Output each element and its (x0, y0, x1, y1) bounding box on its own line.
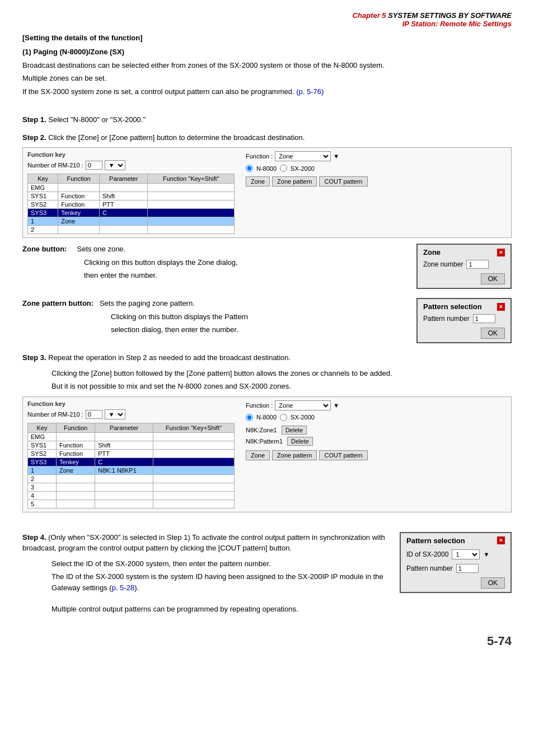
step4-area: Pattern selection ✕ ID of SX-2000 1 ▼ Pa… (22, 532, 512, 617)
table-row: 2 (28, 226, 235, 234)
fkey2-cout-btn[interactable]: COUT pattern (319, 450, 367, 460)
table-row: EMG (28, 184, 235, 192)
step4-text4: Multiple control output patterns can be … (51, 604, 512, 615)
fkey2-col-parameter: Parameter (95, 423, 153, 432)
step3-text3: But it is not possible to mix and set th… (51, 381, 512, 392)
step4-dialog-close[interactable]: ✕ (497, 536, 505, 544)
fkey1-radio-row: N-8000 SX-2000 (246, 165, 507, 172)
table-row: SYS3TenkeyC (28, 458, 235, 466)
zone-pattern-desc3: selection dialog, then enter the number. (111, 325, 238, 334)
fkey1-btn-row: Zone Zone pattern COUT pattern (246, 176, 507, 186)
pattern-selection-dialog: Pattern selection ✕ Pattern number OK (416, 298, 512, 343)
fkey2-zone-pattern-btn[interactable]: Zone pattern (272, 450, 317, 460)
pattern-dialog-row: Pattern number (423, 314, 505, 323)
fkey1-num-dropdown[interactable]: ▼ (105, 160, 125, 170)
step4-pattern-dialog: Pattern selection ✕ ID of SX-2000 1 ▼ Pa… (400, 532, 512, 593)
table-row: EMG (28, 432, 235, 441)
pattern-dialog-ok[interactable]: OK (481, 328, 505, 339)
fkey1-zone-pattern-btn[interactable]: Zone pattern (272, 176, 317, 186)
fkey2-radio-row: N-8000 SX-2000 (246, 414, 507, 421)
col-keyshift: Function "Key+Shift" (148, 174, 235, 184)
fkey1-num-input[interactable] (86, 161, 102, 170)
chapter-label: Chapter 5 (353, 11, 386, 20)
fkey2-btn-row: Zone Zone pattern COUT pattern (246, 450, 507, 460)
step4-dialog-title: Pattern selection ✕ (406, 536, 505, 545)
fkey1-radio-n8000[interactable] (246, 165, 253, 172)
link-p576[interactable]: (p. 5-76) (296, 87, 324, 96)
fkey2-func-arrow: ▼ (333, 402, 339, 409)
table-row: 4 (28, 491, 235, 500)
fkey2-func-select[interactable]: Zone (275, 400, 331, 410)
zone-button-desc2: Clicking on this button displays the Zon… (84, 258, 238, 267)
fkey2-func-label: Function : (246, 402, 273, 409)
fkey2-radio-sx2000[interactable] (280, 414, 287, 421)
step2: Step 2. Click the [Zone] or [Zone patter… (22, 132, 512, 143)
zone-dialog-ok[interactable]: OK (481, 273, 505, 284)
step1: Step 1. Select "N-8000" or "SX-2000." (22, 114, 512, 125)
fkey2-radio-n8000[interactable] (246, 414, 253, 421)
fkey2-radio-sx2000-label: SX-2000 (291, 414, 315, 421)
fkey2-zone-entry1-row: N8K:Zone1 Delete (246, 426, 507, 435)
subsection1-heading: (1) Paging (N-8000)/Zone (SX) (22, 46, 512, 58)
fkey2-num-label: Number of RM-210 : (27, 411, 83, 418)
pattern-number-input[interactable] (473, 314, 495, 323)
fkey2-delete2-btn[interactable]: Delete (287, 437, 313, 446)
step4-dialog-ok[interactable]: OK (481, 577, 505, 589)
fkey1-func-select[interactable]: Zone (275, 151, 331, 161)
fkey1-func-arrow: ▼ (333, 153, 339, 160)
zone-number-label: Zone number (423, 260, 463, 268)
function-key-box-1: Function key Number of RM-210 : ▼ Key Fu… (22, 147, 512, 238)
fkey2-col-function: Function (56, 423, 95, 432)
section-title: [Setting the details of the function] (22, 34, 512, 42)
fkey2-title: Function key (27, 400, 235, 407)
step4-id-row: ID of SX-2000 1 ▼ (406, 549, 505, 559)
fkey2-delete1-btn[interactable]: Delete (282, 426, 307, 435)
fkey1-table: Key Function Parameter Function "Key+Shi… (27, 174, 235, 234)
function-key-box-2: Function key Number of RM-210 : ▼ Key Fu… (22, 396, 512, 512)
subsection1-line2: Multiple zones can be set. (22, 73, 512, 84)
table-row: SYS3TenkeyC (28, 209, 235, 217)
fkey1-zone-btn[interactable]: Zone (246, 176, 270, 186)
fkey2-radio-n8000-label: N-8000 (256, 414, 277, 421)
fkey1-title: Function key (27, 151, 235, 158)
step4-id-select[interactable]: 1 (452, 549, 480, 559)
zone-dialog-close[interactable]: ✕ (497, 249, 505, 256)
fkey2-num-input[interactable] (86, 410, 102, 419)
fkey1-func-row: Function : Zone ▼ (246, 151, 507, 161)
link-p528[interactable]: p. 5-28 (112, 584, 134, 592)
pattern-number-label: Pattern number (423, 315, 470, 323)
fkey2-table: Key Function Parameter Function "Key+Shi… (27, 423, 235, 508)
zone-button-desc1: Sets one zone. (77, 245, 125, 253)
table-row: 5 (28, 500, 235, 508)
zone-pattern-desc1: Sets the paging zone pattern. (100, 299, 195, 307)
fkey2-col-keyshift: Function "Key+Shift" (153, 423, 234, 432)
step4-id-dropdown-arrow: ▼ (483, 551, 489, 558)
subsection1-line3: If the SX-2000 system zone is set, a con… (22, 86, 512, 97)
fkey2-col-key: Key (28, 423, 57, 432)
fkey1-radio-sx2000[interactable] (280, 165, 287, 172)
col-key: Key (28, 174, 58, 184)
table-row: 3 (28, 483, 235, 491)
fkey2-zone-btn[interactable]: Zone (246, 450, 270, 460)
fkey2-zone-entry1: N8K:Zone1 (246, 427, 277, 433)
zone-pattern-label: Zone pattern button: (22, 299, 93, 307)
pattern-dialog-title: Pattern selection ✕ (423, 302, 505, 311)
zone-dialog-row: Zone number (423, 260, 505, 269)
table-row: SYS2FunctionPTT (28, 449, 235, 458)
fkey1-cout-btn[interactable]: COUT pattern (319, 176, 367, 186)
pattern-dialog-close[interactable]: ✕ (497, 303, 505, 311)
fkey2-zone-entry2-row: N8K:Pattern1 Delete (246, 437, 507, 446)
table-row: SYS2FunctionPTT (28, 200, 235, 209)
zone-button-desc3: then enter the number. (84, 271, 157, 279)
zone-number-input[interactable] (466, 260, 489, 269)
step4-pattern-input[interactable] (456, 564, 479, 573)
zone-button-label: Zone button: (22, 245, 67, 253)
table-row: 2 (28, 474, 235, 483)
fkey1-radio-n8000-label: N-8000 (256, 165, 277, 172)
fkey2-num-dropdown[interactable]: ▼ (105, 409, 125, 419)
zone-pattern-button-area: Zone pattern button: Sets the paging zon… (22, 298, 512, 343)
step3-text2: Clicking the [Zone] button followed by t… (51, 368, 512, 379)
zone-dialog: Zone ✕ Zone number OK (416, 244, 512, 289)
fkey2-num-row: Number of RM-210 : ▼ (27, 409, 235, 419)
step4-pattern-label: Pattern number (406, 564, 453, 572)
